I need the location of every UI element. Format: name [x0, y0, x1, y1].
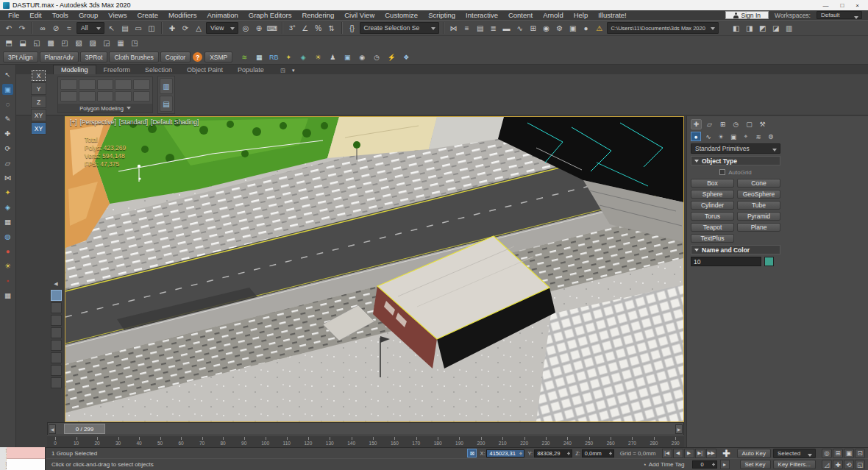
viewport-layout-tab[interactable]	[51, 377, 62, 388]
star-tool-icon[interactable]: ✦	[2, 187, 13, 198]
light-tool-icon[interactable]: ☀	[313, 51, 323, 63]
selection-paint-icon[interactable]: ▩	[45, 38, 57, 49]
shade-toggle-icon[interactable]: ▨	[87, 38, 99, 49]
star-tool-icon[interactable]: ✦	[283, 51, 294, 63]
ribbon-toggle-icon[interactable]: ▬	[501, 22, 513, 34]
modify-tab-icon[interactable]: ▱	[704, 119, 715, 129]
reference-coordinate-dropdown[interactable]: View	[206, 22, 238, 34]
mirror-icon[interactable]: ⋈	[448, 22, 460, 34]
monitor-tool-icon[interactable]: ▣	[342, 51, 352, 63]
zoom-region-icon[interactable]: ⊡	[855, 449, 865, 458]
help-icon[interactable]: ?	[193, 52, 202, 62]
time-slider-handle[interactable]: 0 / 299	[64, 424, 105, 434]
snaps-toggle-icon[interactable]: 3°	[287, 22, 298, 34]
material-editor-icon[interactable]: ◉	[541, 22, 552, 34]
ribbon-tab[interactable]: Object Paint	[179, 65, 230, 74]
status-cross-icon[interactable]: ✚	[721, 448, 733, 459]
polygon-modeling-tool[interactable]	[115, 91, 132, 102]
toolbar-extra-icon-5[interactable]: ▥	[783, 22, 795, 34]
maximize-button[interactable]: □	[840, 2, 844, 9]
current-frame-field[interactable]: 0	[692, 460, 717, 469]
menu-item[interactable]: Rendering	[296, 11, 339, 19]
select-cursor-icon[interactable]: ↖	[2, 69, 13, 80]
percent-snap-icon[interactable]: %	[313, 22, 324, 34]
warning-icon[interactable]: ⚠	[594, 22, 605, 34]
name-color-rollout[interactable]: Name and Color	[691, 245, 780, 254]
autogrid-checkbox[interactable]	[719, 169, 725, 175]
motion-tab-icon[interactable]: ◷	[730, 119, 741, 129]
create-selection-set-dropdown[interactable]: Create Selection Se	[360, 22, 439, 34]
rb-icon[interactable]: RB	[268, 51, 279, 63]
gem-tool-icon[interactable]: ◈	[298, 51, 308, 63]
toolbar-extra-icon-2[interactable]: ◨	[744, 22, 755, 34]
viewport-layout-tab[interactable]	[51, 365, 62, 376]
key-filters-button[interactable]: Key Filters...	[773, 460, 816, 469]
selection-mode-dropdown[interactable]: Selected	[773, 449, 816, 458]
angle-snap-icon[interactable]: ∠	[299, 22, 311, 34]
helpers-category-icon[interactable]: ⌖	[741, 132, 751, 141]
script-button[interactable]: Cloth Brushes	[109, 51, 158, 63]
named-selection-sets-icon[interactable]: {}	[346, 22, 358, 34]
axis-x-button[interactable]: X	[31, 69, 46, 82]
selection-region-icon[interactable]: ▭	[132, 22, 144, 34]
render-box-icon[interactable]: ▪	[2, 275, 13, 286]
select-by-name-icon[interactable]: ▤	[119, 22, 131, 34]
cameras-category-icon[interactable]: ▣	[728, 132, 739, 141]
unlink-selection-icon[interactable]: ⊘	[50, 22, 62, 34]
viewport-layout-tab[interactable]	[51, 352, 62, 363]
select-and-rotate-icon[interactable]: ⟳	[179, 22, 191, 34]
perspective-viewport[interactable]: [+][Perspective][Standard][Default Shadi…	[65, 116, 684, 422]
bind-to-spacewarp-icon[interactable]: ≈	[63, 22, 75, 34]
menu-item[interactable]: Edit	[24, 11, 46, 19]
shapes-category-icon[interactable]: ∿	[703, 132, 714, 141]
polygon-modeling-tool[interactable]	[115, 79, 132, 90]
snap-tool-icon[interactable]: ◈	[2, 202, 13, 213]
viewport-layout-tab[interactable]	[51, 302, 62, 313]
ribbon-config-icon[interactable]: ◳	[279, 66, 288, 74]
isolate-selection-icon[interactable]: ◰	[59, 38, 71, 49]
time-back-arrow[interactable]: ◀	[49, 424, 56, 434]
figure-tool-icon[interactable]: ♟	[327, 51, 338, 63]
object-type-rollout[interactable]: Object Type	[691, 156, 780, 165]
previous-frame-icon[interactable]: ◀	[673, 449, 683, 458]
object-type-button[interactable]: TextPlus	[691, 234, 734, 243]
play-animation-icon[interactable]: ▶	[684, 449, 694, 458]
light-tool-icon[interactable]: ☀	[2, 260, 13, 271]
script-button[interactable]: PlanarAdv	[40, 51, 79, 63]
lasso-select-icon[interactable]: ◌	[2, 99, 13, 110]
container-new-icon[interactable]: ⬒	[3, 38, 15, 49]
z-coordinate-field[interactable]: 0,0mm	[582, 449, 614, 457]
menu-item[interactable]: Help	[569, 11, 594, 19]
object-type-button[interactable]: GeoSphere	[737, 190, 780, 199]
script-button[interactable]: Copitor	[160, 51, 191, 63]
toolbar-extra-icon-3[interactable]: ◩	[757, 22, 769, 34]
menu-item[interactable]: Civil View	[339, 11, 380, 19]
xsmp-button[interactable]: XSMP	[204, 51, 232, 63]
selection-filter-dropdown[interactable]: All	[77, 22, 104, 34]
menu-item[interactable]: Animation	[202, 11, 243, 19]
object-type-button[interactable]: Teapot	[691, 223, 734, 232]
ribbon-side-button-2[interactable]: ▤	[160, 96, 173, 112]
script-button[interactable]: 3Pt Align	[3, 51, 38, 63]
grid-tool-icon[interactable]: ▦	[2, 290, 13, 301]
ribbon-tab[interactable]: Modeling	[53, 65, 96, 74]
menu-item[interactable]: File	[3, 11, 24, 19]
grid-toggle-icon[interactable]: ▦	[115, 38, 127, 49]
object-type-button[interactable]: Sphere	[691, 190, 734, 199]
menu-item[interactable]: Views	[103, 11, 132, 19]
move-tool-icon[interactable]: ✚	[2, 128, 13, 139]
polygon-modeling-tool[interactable]	[79, 79, 96, 90]
render-setup-icon[interactable]: ⚙	[554, 22, 566, 34]
toolbar-extra-icon-1[interactable]: ◧	[730, 22, 742, 34]
object-type-button[interactable]: Pyramid	[737, 212, 780, 221]
menu-item[interactable]: Group	[74, 11, 103, 19]
go-to-start-icon[interactable]: |◀	[662, 449, 672, 458]
orbit-icon[interactable]: ⟲	[844, 460, 854, 469]
display-toggle-icon[interactable]: ▧	[73, 38, 85, 49]
geometry-category-icon[interactable]: ●	[691, 132, 701, 141]
rotate-tool-icon[interactable]: ⟳	[2, 143, 13, 154]
redo-icon[interactable]: ↷	[16, 22, 28, 34]
viewport-general-menu[interactable]: [+]	[70, 118, 77, 126]
select-and-move-icon[interactable]: ✚	[166, 22, 178, 34]
next-frame-icon[interactable]: ▶|	[695, 449, 705, 458]
